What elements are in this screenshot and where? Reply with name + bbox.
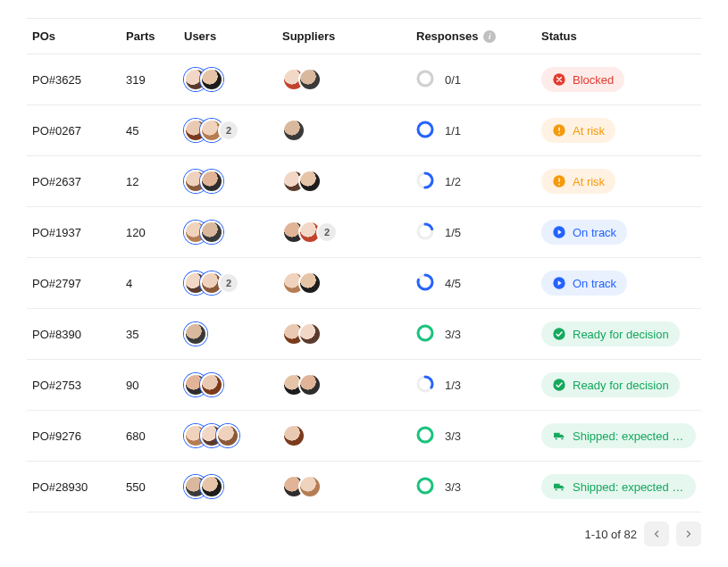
avatar[interactable] — [200, 221, 223, 244]
avatar[interactable] — [298, 322, 322, 346]
status-badge: On track — [541, 220, 627, 245]
table-row[interactable]: PO#8390 35 3/3 Ready for decision — [27, 309, 701, 360]
progress-ring-icon — [416, 477, 434, 497]
column-header-users[interactable]: Users — [179, 19, 277, 54]
pagination: 1-10 of 82 — [27, 521, 701, 546]
avatar-overflow[interactable]: 2 — [316, 221, 338, 243]
column-header-suppliers[interactable]: Suppliers — [277, 19, 411, 54]
table-row[interactable]: PO#3625 319 0/1 Blocked — [27, 54, 701, 105]
avatar[interactable] — [184, 322, 207, 346]
cell-suppliers — [277, 258, 411, 309]
progress-ring-icon — [416, 70, 434, 90]
cell-users — [179, 54, 277, 105]
responses-text: 1/3 — [445, 379, 461, 392]
cell-parts: 45 — [121, 105, 179, 156]
cell-po: PO#2637 — [27, 156, 121, 207]
svg-point-34 — [561, 488, 564, 491]
responses-text: 0/1 — [445, 73, 461, 87]
play-circle-icon — [552, 276, 566, 290]
cell-responses: 3/3 — [411, 462, 536, 513]
chevron-left-icon — [651, 529, 662, 539]
avatar[interactable] — [200, 68, 223, 91]
cell-status: At risk — [536, 105, 701, 156]
column-header-responses[interactable]: Responses i — [411, 19, 536, 54]
avatar[interactable] — [200, 373, 223, 396]
table-row[interactable]: PO#2637 12 1/2 At risk — [27, 156, 701, 207]
status-badge: At risk — [541, 169, 615, 194]
check-circle-icon — [552, 327, 566, 341]
cell-users: 2 — [179, 258, 277, 309]
cell-users — [179, 360, 277, 411]
avatar[interactable] — [216, 424, 239, 447]
svg-point-28 — [418, 428, 432, 442]
alert-circle-icon — [552, 174, 566, 188]
status-label: At risk — [573, 175, 605, 188]
cell-parts: 680 — [121, 411, 179, 462]
cell-responses: 4/5 — [411, 258, 536, 309]
cell-suppliers — [277, 156, 411, 207]
avatar[interactable] — [298, 68, 322, 91]
cell-status: Shipped: expected for… — [536, 411, 701, 462]
progress-ring-icon — [416, 171, 434, 192]
status-badge: Shipped: expected for… — [541, 423, 696, 448]
status-badge: Shipped: expected for… — [541, 474, 696, 499]
alert-circle-icon — [552, 123, 566, 138]
avatar-overflow[interactable]: 2 — [218, 120, 239, 141]
cell-suppliers: 2 — [277, 207, 411, 258]
table-row[interactable]: PO#9276 680 3/3 Shipped: expected for… — [27, 411, 701, 462]
avatar[interactable] — [298, 475, 322, 498]
progress-ring-icon — [416, 426, 434, 446]
avatar[interactable] — [298, 170, 322, 193]
column-header-parts[interactable]: Parts — [121, 19, 179, 54]
table-header-row: POs Parts Users Suppliers Responses i St… — [27, 19, 701, 54]
cell-responses: 1/1 — [411, 105, 536, 156]
cell-parts: 12 — [121, 156, 179, 207]
cell-suppliers — [277, 462, 411, 513]
cell-responses: 1/3 — [411, 360, 536, 411]
cell-po: PO#8390 — [27, 309, 121, 360]
pagination-range: 1-10 of 82 — [584, 528, 637, 541]
status-badge: On track — [541, 271, 627, 296]
status-label: Ready for decision — [573, 379, 669, 392]
avatar[interactable] — [282, 424, 305, 447]
status-label: On track — [573, 277, 616, 290]
progress-ring-icon — [416, 375, 434, 396]
cell-users — [179, 156, 277, 207]
avatar-overflow[interactable]: 2 — [218, 272, 239, 294]
table-row[interactable]: PO#1937 120 2 1/5 On track — [27, 207, 701, 258]
svg-point-12 — [558, 183, 560, 185]
svg-point-29 — [555, 438, 557, 440]
cell-status: Blocked — [536, 54, 701, 105]
avatar[interactable] — [298, 271, 322, 295]
table-row[interactable]: PO#2797 4 2 4/5 On track — [27, 258, 701, 309]
avatar[interactable] — [200, 475, 223, 498]
column-header-po[interactable]: POs — [27, 19, 121, 54]
svg-point-7 — [558, 132, 560, 134]
table-row[interactable]: PO#0267 45 2 1/1 At risk — [27, 105, 701, 156]
column-header-status[interactable]: Status — [536, 19, 701, 54]
cell-users — [179, 207, 277, 258]
cell-parts: 35 — [121, 309, 179, 360]
progress-ring-icon — [416, 121, 434, 141]
cell-po: PO#28930 — [27, 462, 121, 513]
avatar[interactable] — [298, 373, 322, 396]
play-circle-icon — [552, 225, 566, 239]
responses-text: 3/3 — [445, 480, 461, 494]
info-icon[interactable]: i — [483, 30, 496, 43]
next-page-button[interactable] — [676, 521, 701, 546]
cell-po: PO#1937 — [27, 207, 121, 258]
avatar[interactable] — [200, 170, 223, 193]
avatar[interactable] — [282, 119, 305, 142]
chevron-right-icon — [683, 529, 694, 539]
x-circle-icon — [552, 72, 566, 87]
status-label: Shipped: expected for… — [573, 429, 685, 443]
table-row[interactable]: PO#2753 90 1/3 Ready for decision — [27, 360, 701, 411]
svg-point-30 — [561, 438, 564, 440]
cell-responses: 1/2 — [411, 156, 536, 207]
cell-parts: 120 — [121, 207, 179, 258]
table-row[interactable]: PO#28930 550 3/3 Shipped: expected for… — [27, 462, 701, 513]
cell-responses: 3/3 — [411, 411, 536, 462]
prev-page-button[interactable] — [644, 521, 669, 546]
po-table: POs Parts Users Suppliers Responses i St… — [27, 18, 701, 513]
cell-po: PO#0267 — [27, 105, 121, 156]
